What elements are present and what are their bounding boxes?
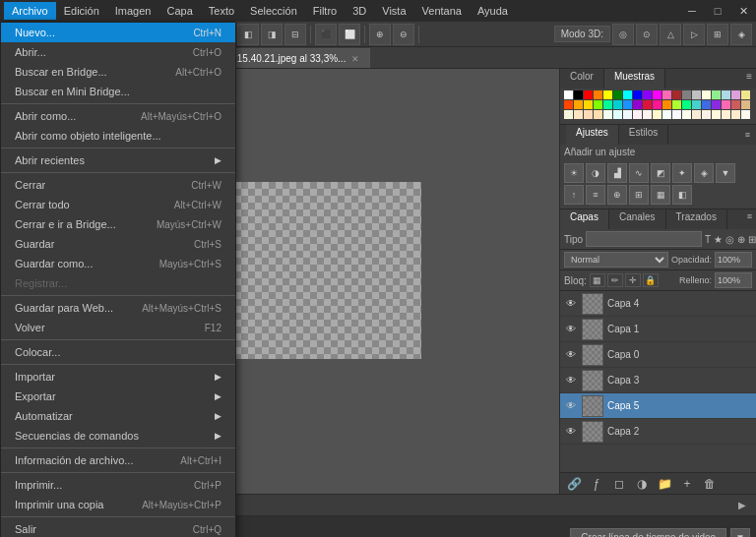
layer-mask-btn[interactable]: ◻: [609, 475, 629, 493]
swatch[interactable]: [564, 110, 573, 119]
toolbar-btn-14[interactable]: ⬜: [339, 24, 360, 45]
layer-item-capa1[interactable]: 👁 Capa 1: [560, 317, 756, 342]
menu-archivo[interactable]: Archivo: [4, 2, 56, 20]
menu-ventana[interactable]: Ventana: [414, 2, 470, 20]
menu-edicion[interactable]: Edición: [56, 2, 107, 20]
dd-cerrar-bridge[interactable]: Cerrar e ir a Bridge... Mayús+Ctrl+W: [1, 214, 235, 234]
layer-item-capa3[interactable]: 👁 Capa 3: [560, 368, 756, 393]
dd-imprimir[interactable]: Imprimir... Ctrl+P: [1, 475, 235, 495]
adj-btn-channelmixer[interactable]: ⊞: [629, 185, 649, 205]
menu-imagen[interactable]: Imagen: [107, 2, 159, 20]
swatch[interactable]: [603, 90, 612, 99]
adj-btn-bw[interactable]: ≡: [586, 185, 605, 205]
menu-capa[interactable]: Capa: [158, 2, 200, 20]
dd-abrir[interactable]: Abrir... Ctrl+O: [1, 42, 235, 62]
opacity-input[interactable]: [715, 252, 752, 268]
close-button[interactable]: ✕: [730, 0, 756, 22]
dd-salir[interactable]: Salir Ctrl+Q: [1, 519, 235, 537]
lock-all-btn[interactable]: 🔒: [643, 273, 659, 287]
menu-filtro[interactable]: Filtro: [305, 2, 345, 20]
tab-ajustes[interactable]: Ajustes: [566, 125, 619, 145]
toolbar-btn-19[interactable]: △: [660, 24, 681, 45]
panel-menu-btn[interactable]: ≡: [742, 69, 756, 89]
swatch[interactable]: [574, 100, 583, 109]
toolbar-btn-11[interactable]: ◨: [261, 24, 283, 45]
swatch[interactable]: [603, 110, 612, 119]
swatch[interactable]: [712, 110, 721, 119]
type-input[interactable]: [586, 231, 702, 247]
layer-visibility-capa4[interactable]: 👁: [564, 297, 578, 311]
menu-texto[interactable]: Texto: [201, 2, 242, 20]
layers-filter-icon2[interactable]: ★: [714, 234, 723, 245]
swatch[interactable]: [731, 90, 740, 99]
swatch[interactable]: [594, 110, 602, 119]
adj-btn-exposure[interactable]: ◩: [651, 163, 670, 183]
swatch[interactable]: [702, 90, 711, 99]
swatch[interactable]: [574, 110, 583, 119]
toolbar-btn-18[interactable]: ⊙: [636, 24, 658, 45]
dd-mini-bridge[interactable]: Buscar en Mini Bridge...: [1, 82, 235, 101]
swatch[interactable]: [653, 90, 662, 99]
layers-filter-icon3[interactable]: ◎: [725, 234, 734, 245]
layer-fx-btn[interactable]: ƒ: [587, 475, 606, 493]
layers-panel-menu[interactable]: ≡: [743, 209, 756, 229]
tab-trazados[interactable]: Trazados: [666, 209, 727, 229]
menu-seleccion[interactable]: Selección: [242, 2, 305, 20]
swatch[interactable]: [613, 110, 622, 119]
dd-abrir-recientes[interactable]: Abrir recientes ▶: [1, 150, 235, 170]
swatch[interactable]: [722, 90, 730, 99]
swatch[interactable]: [741, 100, 750, 109]
toolbar-btn-10[interactable]: ◧: [237, 24, 259, 45]
swatch[interactable]: [653, 110, 662, 119]
toolbar-btn-21[interactable]: ⊞: [707, 24, 728, 45]
swatch[interactable]: [594, 90, 602, 99]
swatch[interactable]: [584, 110, 593, 119]
dd-volver[interactable]: Volver F12: [1, 318, 235, 337]
toolbar-btn-20[interactable]: ▷: [683, 24, 705, 45]
swatch[interactable]: [722, 100, 730, 109]
layer-visibility-capa3[interactable]: 👁: [564, 374, 578, 388]
tab-close-2[interactable]: ✕: [351, 54, 359, 64]
tab-capas[interactable]: Capas: [560, 209, 609, 229]
dd-guardar-web[interactable]: Guardar para Web... Alt+Mayús+Ctrl+S: [1, 298, 235, 318]
swatch[interactable]: [672, 90, 681, 99]
toolbar-btn-22[interactable]: ◈: [730, 24, 752, 45]
swatch[interactable]: [623, 110, 632, 119]
dd-guardar[interactable]: Guardar Ctrl+S: [1, 234, 235, 254]
layer-delete-btn[interactable]: 🗑: [700, 475, 720, 493]
dd-cerrar[interactable]: Cerrar Ctrl+W: [1, 175, 235, 195]
layer-item-capa2[interactable]: 👁 Capa 2: [560, 419, 756, 445]
swatch[interactable]: [731, 100, 740, 109]
toolbar-btn-13[interactable]: ⬛: [315, 24, 337, 45]
dd-imprimir-copia[interactable]: Imprimir una copia Alt+Mayús+Ctrl+P: [1, 495, 235, 514]
adj-btn-colorlookup[interactable]: ▦: [651, 185, 670, 205]
dd-importar[interactable]: Importar ▶: [1, 367, 235, 387]
swatch[interactable]: [731, 110, 740, 119]
swatch[interactable]: [741, 90, 750, 99]
status-arrow[interactable]: ▶: [738, 500, 746, 510]
layer-item-capa0[interactable]: 👁 Capa 0: [560, 342, 756, 368]
swatch[interactable]: [682, 100, 691, 109]
swatch[interactable]: [633, 110, 642, 119]
adj-btn-contrast[interactable]: ◑: [586, 163, 605, 183]
swatches-tab[interactable]: Muestras: [604, 69, 665, 89]
swatch[interactable]: [722, 110, 730, 119]
swatch[interactable]: [662, 100, 671, 109]
adj-btn-brightness[interactable]: ☀: [564, 163, 584, 183]
dd-abrir-inteligente[interactable]: Abrir como objeto inteligente...: [1, 126, 235, 146]
swatch[interactable]: [682, 90, 691, 99]
adj-btn-invert[interactable]: ◧: [672, 185, 692, 205]
minimize-button[interactable]: ─: [679, 0, 705, 22]
swatch[interactable]: [662, 110, 671, 119]
layer-visibility-capa2[interactable]: 👁: [564, 425, 578, 439]
layer-link-btn[interactable]: 🔗: [564, 475, 584, 493]
swatch[interactable]: [633, 100, 642, 109]
toolbar-btn-16[interactable]: ⊖: [393, 24, 414, 45]
dd-guardar-como[interactable]: Guardar como... Mayús+Ctrl+S: [1, 254, 235, 273]
swatch[interactable]: [672, 100, 681, 109]
color-tab[interactable]: Color: [560, 69, 604, 89]
swatch[interactable]: [643, 110, 652, 119]
dd-nuevo[interactable]: Nuevo... Ctrl+N: [1, 23, 235, 42]
toolbar-btn-17[interactable]: ◎: [612, 24, 634, 45]
adj-btn-curves[interactable]: ∿: [629, 163, 649, 183]
